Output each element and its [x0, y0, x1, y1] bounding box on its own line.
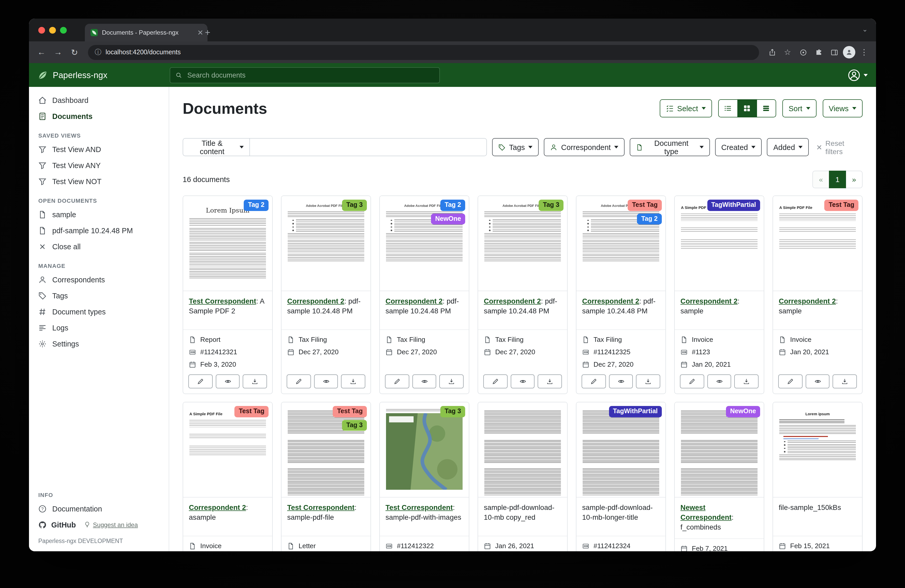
- tag-badge[interactable]: TagWithPartial: [609, 406, 662, 417]
- sidebar-item-documentation[interactable]: ? Documentation: [29, 501, 169, 517]
- sidebar-item-open-document-pdf-sample[interactable]: pdf-sample 10.24.48 PM: [29, 222, 169, 238]
- download-document-button[interactable]: [341, 374, 365, 388]
- tag-badge[interactable]: Test Tag: [628, 200, 662, 211]
- document-title[interactable]: Correspondent 2: asample: [183, 498, 272, 536]
- tags-filter-button[interactable]: Tags: [492, 138, 539, 156]
- site-info-icon[interactable]: ⓘ: [95, 48, 102, 57]
- document-title[interactable]: Correspondent 2: sample: [773, 291, 862, 330]
- sort-button[interactable]: Sort: [782, 99, 816, 117]
- tag-badge[interactable]: Tag 3: [342, 420, 367, 431]
- edit-document-button[interactable]: [483, 374, 507, 388]
- sidebar-item-correspondents[interactable]: Correspondents: [29, 271, 169, 287]
- correspondent-link[interactable]: Test Correspondent: [386, 504, 453, 512]
- tag-badge[interactable]: Tag 3: [441, 406, 465, 417]
- forward-button[interactable]: →: [51, 48, 65, 57]
- download-document-button[interactable]: [243, 374, 267, 388]
- view-document-button[interactable]: [216, 374, 240, 388]
- url-field[interactable]: ⓘ localhost:4200/documents: [88, 45, 759, 60]
- reload-button[interactable]: ↻: [67, 47, 82, 57]
- next-page-button[interactable]: »: [846, 171, 862, 188]
- tab-close-icon[interactable]: ✕: [197, 29, 203, 36]
- tag-badge[interactable]: Tag 2: [244, 200, 268, 211]
- views-button[interactable]: Views: [822, 99, 862, 117]
- document-type-filter-button[interactable]: Document type: [630, 138, 710, 156]
- document-title[interactable]: Correspondent 2: pdf-sample 10.24.48 PM: [478, 291, 567, 330]
- download-document-button[interactable]: [538, 374, 562, 388]
- document-title[interactable]: Correspondent 2: pdf-sample 10.24.48 PM: [281, 291, 370, 330]
- sidebar-item-saved-view-not[interactable]: Test View NOT: [29, 173, 169, 189]
- document-title[interactable]: Correspondent 2: pdf-sample 10.24.48 PM: [380, 291, 469, 330]
- close-window-button[interactable]: [38, 27, 45, 33]
- share-icon[interactable]: [765, 48, 779, 56]
- tag-badge[interactable]: Test Tag: [235, 406, 268, 417]
- grid-view-button[interactable]: [737, 99, 757, 117]
- correspondent-link[interactable]: Correspondent 2: [484, 297, 541, 305]
- correspondent-link[interactable]: Test Correspondent: [189, 297, 256, 305]
- view-document-button[interactable]: [412, 374, 436, 388]
- previous-page-button[interactable]: «: [812, 171, 829, 188]
- correspondent-filter-button[interactable]: Correspondent: [544, 138, 625, 156]
- download-document-button[interactable]: [735, 374, 759, 388]
- correspondent-link[interactable]: Newest Correspondent: [680, 504, 732, 521]
- document-title[interactable]: Test Correspondent: A Sample PDF 2: [183, 291, 272, 330]
- correspondent-link[interactable]: Correspondent 2: [287, 297, 345, 305]
- filter-field-dropdown[interactable]: Title & content: [183, 138, 250, 156]
- tag-badge[interactable]: TagWithPartial: [707, 200, 760, 211]
- app-brand[interactable]: Paperless-ngx: [37, 70, 170, 81]
- view-document-button[interactable]: [314, 374, 338, 388]
- sidebar-item-settings[interactable]: Settings: [29, 336, 169, 352]
- suggest-idea-link[interactable]: Suggest an idea: [84, 521, 138, 528]
- sidebar-item-logs[interactable]: Logs: [29, 320, 169, 336]
- view-document-button[interactable]: [707, 374, 731, 388]
- edit-document-button[interactable]: [582, 374, 606, 388]
- document-thumbnail[interactable]: Lorem ipsum: [773, 403, 862, 498]
- search-input[interactable]: [186, 71, 434, 79]
- tag-badge[interactable]: Tag 3: [342, 200, 367, 211]
- sidebar-item-close-all[interactable]: Close all: [29, 238, 169, 254]
- sidebar-item-documents[interactable]: Documents: [29, 108, 169, 124]
- browser-profile-avatar[interactable]: [843, 46, 855, 59]
- side-panel-icon[interactable]: [827, 48, 841, 56]
- minimize-window-button[interactable]: [49, 27, 56, 33]
- sidebar-item-tags[interactable]: Tags: [29, 287, 169, 304]
- tag-badge[interactable]: Test Tag: [333, 406, 367, 417]
- list-view-button[interactable]: [718, 99, 738, 117]
- filter-query-input[interactable]: [250, 138, 487, 156]
- correspondent-link[interactable]: Correspondent 2: [779, 297, 836, 305]
- correspondent-link[interactable]: Test Correspondent: [287, 504, 354, 512]
- download-document-button[interactable]: [636, 374, 660, 388]
- extension-icon[interactable]: [796, 48, 810, 56]
- maximize-window-button[interactable]: [60, 27, 67, 33]
- bookmark-star-icon[interactable]: ☆: [781, 48, 794, 57]
- view-document-button[interactable]: [805, 374, 829, 388]
- edit-document-button[interactable]: [680, 374, 704, 388]
- document-thumbnail[interactable]: [478, 403, 567, 498]
- page-1-button[interactable]: 1: [829, 171, 846, 188]
- correspondent-link[interactable]: Correspondent 2: [582, 297, 639, 305]
- tag-badge[interactable]: NewOne: [431, 213, 465, 224]
- sidebar-item-dashboard[interactable]: Dashboard: [29, 92, 169, 108]
- edit-document-button[interactable]: [385, 374, 409, 388]
- tab-search-chevron-icon[interactable]: ⌄: [862, 25, 868, 33]
- view-document-button[interactable]: [609, 374, 633, 388]
- edit-document-button[interactable]: [287, 374, 311, 388]
- github-label[interactable]: GitHub: [51, 520, 76, 529]
- correspondent-link[interactable]: Correspondent 2: [189, 504, 246, 512]
- document-title[interactable]: sample-pdf-download-10-mb-longer-title: [576, 498, 665, 536]
- document-title[interactable]: Newest Correspondent: f_combineds: [675, 498, 764, 539]
- tag-badge[interactable]: Test Tag: [824, 200, 859, 211]
- details-view-button[interactable]: [756, 99, 776, 117]
- document-title[interactable]: Test Correspondent: sample-pdf-file: [281, 498, 370, 536]
- global-search[interactable]: [170, 67, 440, 83]
- document-title[interactable]: sample-pdf-download-10-mb copy_red: [478, 498, 567, 536]
- tag-badge[interactable]: Tag 3: [539, 200, 564, 211]
- tag-badge[interactable]: Tag 2: [637, 213, 662, 224]
- new-tab-button[interactable]: +: [205, 28, 210, 37]
- view-document-button[interactable]: [510, 374, 535, 388]
- back-button[interactable]: ←: [34, 48, 49, 57]
- created-filter-button[interactable]: Created: [715, 138, 762, 156]
- edit-document-button[interactable]: [778, 374, 802, 388]
- sidebar-item-saved-view-any[interactable]: Test View ANY: [29, 157, 169, 173]
- browser-menu-kebab-icon[interactable]: ⋮: [857, 48, 871, 57]
- download-document-button[interactable]: [440, 374, 464, 388]
